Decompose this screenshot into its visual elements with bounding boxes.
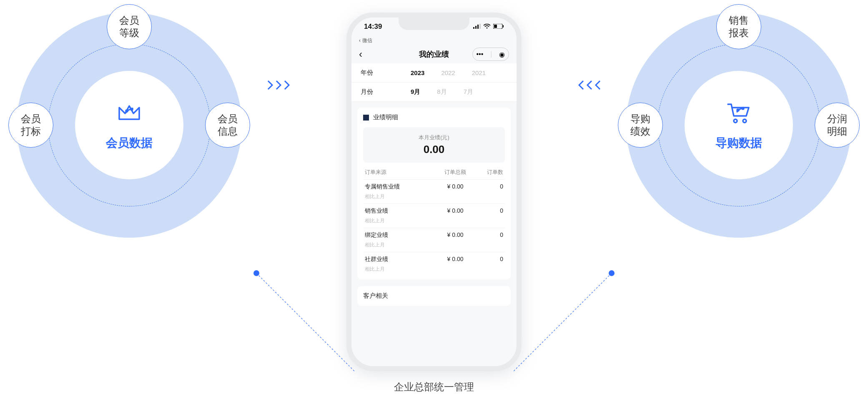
arrows-right-icon [267, 79, 292, 91]
satellite-perf: 导购 绩效 [618, 103, 663, 148]
performance-card: 业绩明细 本月业绩(元) 0.00 订单来源订单总额订单数 专属销售业绩¥ 0.… [357, 108, 511, 279]
orbit-center: 导购数据 [685, 71, 793, 179]
square-icon [363, 115, 369, 121]
satellite-report: 销售 报表 [716, 4, 761, 49]
wifi-icon [483, 23, 491, 31]
orbit-title: 导购数据 [715, 135, 762, 151]
svg-rect-10 [477, 25, 479, 29]
chevron-left-icon: ‹ [359, 38, 361, 43]
status-time: 14:39 [364, 23, 382, 31]
phone-notch [399, 18, 469, 30]
svg-point-2 [734, 119, 737, 123]
customer-section[interactable]: 客户相关 [357, 286, 511, 306]
caption: 企业总部统一管理 [394, 380, 474, 394]
phone-mock: 14:39 ‹ 微信 ‹ 我的业绩 ••• | ◉ 年份 2023 2022 2… [346, 13, 522, 371]
arrows-left-icon [576, 79, 601, 91]
connector-left [129, 238, 354, 388]
svg-point-3 [743, 119, 746, 123]
back-icon[interactable]: ‹ [359, 48, 362, 60]
svg-rect-14 [494, 25, 497, 28]
svg-rect-15 [503, 25, 504, 28]
table-row: 销售业绩¥ 0.000相比上月 [363, 204, 505, 228]
year-opts[interactable]: 2023 2022 2021 [386, 69, 507, 76]
cart-icon [725, 99, 752, 128]
month-opts[interactable]: 9月 8月 7月 [386, 88, 507, 96]
table-row: 绑定业绩¥ 0.000相比上月 [363, 228, 505, 252]
table-row: 专属销售业绩¥ 0.000相比上月 [363, 179, 505, 204]
member-data-orbit: 会员数据 会员 等级 会员 打标 会员 信息 [17, 13, 242, 238]
month-filter-row: 月份 9月 8月 7月 [351, 83, 517, 102]
table-row: 社群业绩¥ 0.000相比上月 [363, 252, 505, 276]
orbit-inner: 导购数据 [657, 44, 820, 206]
svg-rect-11 [479, 24, 481, 29]
svg-rect-8 [473, 27, 474, 29]
miniprogram-actions[interactable]: ••• | ◉ [472, 48, 509, 61]
satellite-profit: 分润 明细 [815, 103, 860, 148]
navbar: ‹ 我的业绩 ••• | ◉ [351, 45, 517, 63]
battery-icon [493, 23, 504, 31]
orbit-title: 会员数据 [106, 135, 153, 151]
svg-point-7 [609, 270, 615, 276]
satellite-level: 会员 等级 [107, 4, 152, 49]
table-head: 订单来源订单总额订单数 [363, 163, 505, 179]
orbit-inner: 会员数据 [48, 44, 211, 206]
signal-icon [473, 23, 481, 31]
wechat-back-row[interactable]: ‹ 微信 [351, 36, 517, 45]
summary-box: 本月业绩(元) 0.00 [363, 127, 505, 163]
svg-point-6 [253, 270, 259, 276]
satellite-info: 会员 信息 [205, 103, 250, 148]
svg-point-12 [487, 28, 488, 29]
page-title: 我的业绩 [419, 49, 449, 59]
orbit-center: 会员数据 [75, 71, 183, 179]
svg-rect-9 [475, 26, 477, 29]
crown-icon [116, 99, 143, 128]
target-icon[interactable]: ◉ [499, 50, 505, 58]
guide-data-orbit: 导购数据 销售 报表 导购 绩效 分润 明细 [626, 13, 851, 238]
satellite-tag: 会员 打标 [8, 103, 53, 148]
more-icon[interactable]: ••• [477, 50, 484, 58]
year-filter-row: 年份 2023 2022 2021 [351, 63, 517, 83]
connector-right [514, 238, 739, 388]
